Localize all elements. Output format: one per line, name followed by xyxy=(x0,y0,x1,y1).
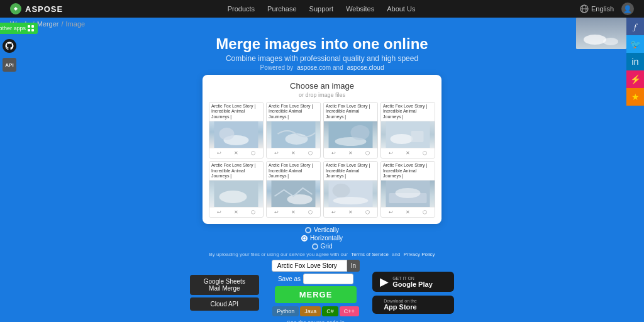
nav-about[interactable]: About Us xyxy=(387,5,415,13)
nav-purchase[interactable]: Purchase xyxy=(267,5,296,13)
dropdown-chevron: ▾ xyxy=(341,275,344,282)
star-icon[interactable]: ★ xyxy=(626,88,644,106)
format-dropdown[interactable]: JPG ▾ xyxy=(303,274,353,284)
img-delete-btn-6[interactable]: ✕ xyxy=(290,209,297,216)
lang-cpp[interactable]: C++ xyxy=(340,306,359,316)
image-card-8[interactable]: Arctic Fox Love Story | Incredible Anima… xyxy=(380,161,435,218)
filename-ext: In xyxy=(351,262,356,269)
radio-grid-dot xyxy=(312,243,318,250)
facebook-icon[interactable]: 𝑓 xyxy=(626,18,644,35)
img-info-btn-7[interactable]: ⬡ xyxy=(364,209,371,216)
linkedin-icon[interactable]: in xyxy=(626,53,644,70)
img-rotate-btn-8[interactable]: ↩ xyxy=(387,209,394,216)
image-card-5[interactable]: Arctic Fox Love Story | Incredible Anima… xyxy=(209,161,264,218)
img-rotate-btn[interactable]: ↩ xyxy=(216,150,223,157)
img-delete-btn-5[interactable]: ✕ xyxy=(233,209,240,216)
image-card-6[interactable]: Arctic Fox Love Story | Incredible Anima… xyxy=(266,161,321,218)
image-label-1: Arctic Fox Love Story | Incredible Anima… xyxy=(209,103,263,121)
github-icon[interactable] xyxy=(3,39,16,53)
breadcrumb-merger[interactable]: Merger xyxy=(37,20,59,28)
user-avatar[interactable]: 👤 xyxy=(621,3,634,15)
filename-row: In xyxy=(272,260,360,272)
image-actions-4: ↩ ✕ ⬡ xyxy=(381,148,435,158)
svg-rect-6 xyxy=(28,29,30,31)
image-label-3: Arctic Fox Love Story | Incredible Anima… xyxy=(324,103,377,121)
aspose-cloud-link[interactable]: aspose.cloud xyxy=(347,64,384,71)
app-store-button[interactable]: Download on the App Store xyxy=(372,296,454,314)
image-thumb-1 xyxy=(209,121,263,148)
lang-csharp[interactable]: C# xyxy=(322,306,338,316)
upload-header: Choose an image xyxy=(209,81,435,91)
breadcrumb-image: Image xyxy=(66,20,86,28)
svg-point-18 xyxy=(351,125,370,140)
img-delete-btn-4[interactable]: ✕ xyxy=(404,150,411,157)
image-grid: Arctic Fox Love Story | Incredible Anima… xyxy=(209,102,435,218)
image-row-2: Arctic Fox Love Story | Incredible Anima… xyxy=(209,161,435,218)
image-card-1[interactable]: Arctic Fox Love Story | Incredible Anima… xyxy=(209,102,264,158)
img-info-btn-4[interactable]: ⬡ xyxy=(421,150,428,157)
terms-link[interactable]: Terms of Service xyxy=(351,252,389,257)
svg-point-10 xyxy=(603,38,618,45)
nav-products[interactable]: Products xyxy=(228,5,255,13)
image-actions-2: ↩ ✕ ⬡ xyxy=(267,148,320,158)
nav-right: English 👤 xyxy=(580,3,634,15)
left-sidebar: See other apps API xyxy=(0,18,19,72)
img-info-btn-5[interactable]: ⬡ xyxy=(250,209,257,216)
img-rotate-btn-2[interactable]: ↩ xyxy=(273,150,280,157)
privacy-link[interactable]: Privacy Policy xyxy=(404,252,435,257)
nav-websites[interactable]: Websites xyxy=(346,5,374,13)
img-rotate-btn-5[interactable]: ↩ xyxy=(216,209,223,216)
language-selector[interactable]: English xyxy=(580,4,614,13)
merge-button[interactable]: MERGE xyxy=(275,286,357,303)
save-as-label: Save as xyxy=(278,275,301,282)
img-info-btn-3[interactable]: ⬡ xyxy=(364,150,371,157)
logo[interactable]: ASPOSE xyxy=(10,3,63,14)
img-rotate-btn-4[interactable]: ↩ xyxy=(387,150,394,157)
center-controls: In Save as JPG ▾ MERGE Python Java C# C+… xyxy=(272,260,360,322)
google-sheets-button[interactable]: Google Sheets Mail Merge xyxy=(190,275,259,295)
img-info-btn-8[interactable]: ⬡ xyxy=(421,209,428,216)
image-label-4: Arctic Fox Love Story | Incredible Anima… xyxy=(381,103,435,121)
lang-java[interactable]: Java xyxy=(300,306,321,316)
image-card-4[interactable]: Arctic Fox Love Story | Incredible Anima… xyxy=(380,102,435,158)
page-title: Merge images into one online xyxy=(216,35,428,53)
see-source-link[interactable]: See the source code in xyxy=(287,319,345,322)
img-delete-btn-3[interactable]: ✕ xyxy=(347,150,354,157)
merge-options: Vertically Horizontally Grid xyxy=(301,226,343,250)
cloud-api-button[interactable]: Cloud API xyxy=(190,297,259,311)
img-info-btn-6[interactable]: ⬡ xyxy=(307,209,314,216)
img-delete-btn[interactable]: ✕ xyxy=(233,150,240,157)
image-card-7[interactable]: Arctic Fox Love Story | Incredible Anima… xyxy=(323,161,378,218)
aspose-com-link[interactable]: aspose.com xyxy=(297,64,331,71)
svg-rect-8 xyxy=(576,18,626,49)
img-rotate-btn-6[interactable]: ↩ xyxy=(273,209,280,216)
img-delete-btn-8[interactable]: ✕ xyxy=(404,209,411,216)
img-info-btn-2[interactable]: ⬡ xyxy=(307,150,314,157)
api-icon[interactable]: API xyxy=(3,58,16,72)
nav-support[interactable]: Support xyxy=(309,5,334,13)
preview-corner-image xyxy=(576,18,626,49)
image-actions-8: ↩ ✕ ⬡ xyxy=(381,207,435,217)
filename-input[interactable] xyxy=(272,260,347,272)
see-other-apps-button[interactable]: See other apps xyxy=(0,23,38,34)
radio-grid[interactable]: Grid xyxy=(312,243,333,250)
twitter-icon[interactable]: 🐦 xyxy=(626,35,644,53)
img-rotate-btn-7[interactable]: ↩ xyxy=(330,209,337,216)
main-content: Merge images into one online Combine ima… xyxy=(0,30,644,322)
img-delete-btn-2[interactable]: ✕ xyxy=(290,150,297,157)
google-play-button[interactable]: ▶ GET IT ON Google Play xyxy=(372,272,454,292)
upload-box[interactable]: Choose an image or drop image files Arct… xyxy=(203,75,441,224)
radio-grid-label: Grid xyxy=(321,243,333,250)
svg-point-25 xyxy=(287,194,313,204)
img-info-btn[interactable]: ⬡ xyxy=(250,150,257,157)
img-rotate-btn-3[interactable]: ↩ xyxy=(330,150,337,157)
lang-python[interactable]: Python xyxy=(272,306,299,316)
image-card-3[interactable]: Arctic Fox Love Story | Incredible Anima… xyxy=(323,102,378,158)
radio-horizontally[interactable]: Horizontally xyxy=(301,235,343,242)
svg-point-20 xyxy=(391,134,413,144)
radio-vertically[interactable]: Vertically xyxy=(305,226,339,233)
image-card-2[interactable]: Arctic Fox Love Story | Incredible Anima… xyxy=(266,102,321,158)
img-delete-btn-7[interactable]: ✕ xyxy=(347,209,354,216)
image-thumb-6 xyxy=(267,180,320,207)
messenger-icon[interactable]: ⚡ xyxy=(626,70,644,88)
